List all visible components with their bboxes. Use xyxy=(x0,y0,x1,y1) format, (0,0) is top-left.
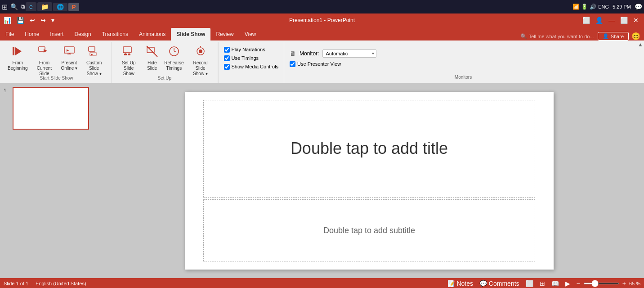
slideshow-view-button[interactable]: ▶ xyxy=(564,279,572,288)
maximize-button[interactable]: ⬜ xyxy=(618,16,630,25)
ribbon-tabs-right: 🔍 Tell me what you want to do... 👤 Share… xyxy=(520,32,644,40)
tab-home[interactable]: Home xyxy=(19,28,45,40)
tab-view[interactable]: View xyxy=(239,28,262,40)
reading-view-button[interactable]: 📖 xyxy=(550,279,560,288)
monitor-select-row: 🖥 Monitor: Automatic Primary Monitor xyxy=(290,50,637,58)
slide-subtitle-area[interactable]: Double tap to add subtitle xyxy=(203,199,535,261)
svg-rect-13 xyxy=(128,54,130,55)
zoom-control: − + 65 % xyxy=(575,279,640,288)
redo-button[interactable]: ↪ xyxy=(39,16,48,25)
hide-slide-button[interactable]: HideSlide xyxy=(143,43,161,75)
slide-title-text: Double tap to add title xyxy=(291,139,448,158)
ribbon-content: FromBeginning FromCurrent Slide xyxy=(0,40,644,83)
group-start-items: FromBeginning FromCurrent Slide xyxy=(5,43,107,75)
customize-qa-button[interactable]: ▾ xyxy=(49,16,56,25)
rehearse-timings-button[interactable]: RehearseTimings xyxy=(162,43,186,75)
emoji-button[interactable]: 😊 xyxy=(631,32,640,40)
tab-file[interactable]: File xyxy=(0,28,19,40)
tab-animations[interactable]: Animations xyxy=(134,28,171,40)
slide-sorter-button[interactable]: ⊞ xyxy=(538,279,546,288)
show-media-controls-label[interactable]: Show Media Controls xyxy=(224,64,279,70)
lang-indicator[interactable]: ENG xyxy=(598,4,609,9)
present-online-button[interactable]: ▶ PresentOnline ▾ xyxy=(58,43,80,75)
from-beginning-icon xyxy=(11,45,24,59)
ribbon-tabs: File Home Insert Design Transitions Anim… xyxy=(0,27,644,40)
ribbon-collapse-button[interactable]: ▲ xyxy=(638,41,643,48)
use-timings-label[interactable]: Use Timings xyxy=(224,55,279,61)
search-placeholder[interactable]: Tell me what you want to do... xyxy=(529,34,594,39)
hide-slide-icon xyxy=(146,45,158,59)
zoom-in-button[interactable]: + xyxy=(621,279,627,288)
use-presenter-view-label[interactable]: Use Presenter View xyxy=(290,61,637,67)
monitor-select-wrapper: Automatic Primary Monitor xyxy=(322,50,376,58)
search-icon-ribbon: 🔍 xyxy=(520,33,527,40)
svg-marker-3 xyxy=(44,49,47,53)
slide-info: Slide 1 of 1 xyxy=(4,281,28,286)
slide-subtitle-text: Double tap to add subtitle xyxy=(323,226,415,235)
group-checkboxes: Play Narrations Use Timings Show Media C… xyxy=(218,42,285,83)
monitor-label: Monitor: xyxy=(300,50,319,57)
slide-title-area[interactable]: Double tap to add title xyxy=(203,100,535,198)
taskbar-explorer[interactable]: 📁 xyxy=(37,2,52,11)
taskbar-edge[interactable]: e xyxy=(26,2,36,11)
comments-button[interactable]: 💬 Comments xyxy=(478,279,521,288)
minimize-button[interactable]: — xyxy=(607,16,617,25)
record-icon xyxy=(194,45,207,59)
present-online-icon: ▶ xyxy=(63,45,76,59)
windows-start-icon[interactable]: ⊞ xyxy=(2,3,8,11)
group-monitors-label: Monitors xyxy=(290,74,637,81)
slide-canvas[interactable]: Double tap to add title Double tap to ad… xyxy=(185,92,554,270)
svg-rect-8 xyxy=(89,47,95,51)
canvas-area[interactable]: Double tap to add title Double tap to ad… xyxy=(94,83,644,278)
status-left: Slide 1 of 1 English (United States) xyxy=(4,281,86,286)
tab-slideshow[interactable]: Slide Show xyxy=(171,28,210,40)
setup-icon xyxy=(122,45,135,59)
use-timings-checkbox[interactable] xyxy=(224,55,230,61)
monitor-select[interactable]: Automatic Primary Monitor xyxy=(322,50,376,58)
svg-rect-11 xyxy=(123,47,131,53)
ribbon-display-button[interactable]: ⬜ xyxy=(581,16,592,25)
svg-rect-4 xyxy=(64,47,74,53)
show-media-controls-checkbox[interactable] xyxy=(224,64,230,70)
taskbar-powerpoint[interactable]: P xyxy=(68,3,80,11)
comments-icon: 💬 xyxy=(479,280,487,287)
tab-design[interactable]: Design xyxy=(69,28,96,40)
svg-rect-12 xyxy=(124,54,127,55)
save-button[interactable]: 💾 xyxy=(15,16,26,25)
share-button[interactable]: 👤 Share xyxy=(598,32,629,40)
undo-button[interactable]: ↩ xyxy=(28,16,37,25)
tab-transitions[interactable]: Transitions xyxy=(97,28,134,40)
clock: 5:29 PM xyxy=(613,4,631,9)
svg-text:▶: ▶ xyxy=(91,53,93,56)
notes-icon: 📝 xyxy=(447,280,455,287)
svg-point-22 xyxy=(199,50,202,53)
use-presenter-view-checkbox[interactable] xyxy=(290,61,295,67)
zoom-out-button[interactable]: − xyxy=(575,279,581,288)
normal-view-button[interactable]: ⬜ xyxy=(524,279,535,288)
network-icon: 📶 xyxy=(572,4,579,10)
zoom-slider[interactable] xyxy=(583,283,619,284)
volume-icon: 🔊 xyxy=(590,4,596,10)
play-narrations-checkbox[interactable] xyxy=(224,47,230,53)
tab-insert[interactable]: Insert xyxy=(45,28,69,40)
set-up-slideshow-button[interactable]: Set UpSlide Show xyxy=(115,43,142,75)
custom-show-icon: ▶ xyxy=(88,45,100,59)
play-narrations-label[interactable]: Play Narrations xyxy=(224,47,279,53)
task-view-icon[interactable]: ⧉ xyxy=(21,3,25,10)
notes-button[interactable]: 📝 Notes xyxy=(446,279,474,288)
search-icon[interactable]: 🔍 xyxy=(10,3,18,10)
from-current-slide-button[interactable]: FromCurrent Slide xyxy=(31,43,58,75)
account-button[interactable]: 👤 xyxy=(594,16,605,25)
taskbar-chrome[interactable]: 🌐 xyxy=(53,3,67,11)
from-beginning-button[interactable]: FromBeginning xyxy=(5,43,30,75)
custom-slide-show-button[interactable]: ▶ Custom SlideShow ▾ xyxy=(80,43,107,75)
group-start-slideshow: FromBeginning FromCurrent Slide xyxy=(2,42,112,83)
close-button[interactable]: ✕ xyxy=(631,16,640,25)
status-right: 📝 Notes 💬 Comments ⬜ ⊞ 📖 ▶ − + 65 % xyxy=(446,279,641,288)
notification-icon[interactable]: 💬 xyxy=(635,3,642,10)
zoom-level[interactable]: 65 % xyxy=(629,281,640,286)
tab-review[interactable]: Review xyxy=(210,28,239,40)
record-slideshow-button[interactable]: Record SlideShow ▾ xyxy=(187,43,214,75)
slide-thumbnail-1[interactable] xyxy=(13,87,89,130)
system-icons: 📶 🔋 🔊 ENG xyxy=(572,4,609,10)
